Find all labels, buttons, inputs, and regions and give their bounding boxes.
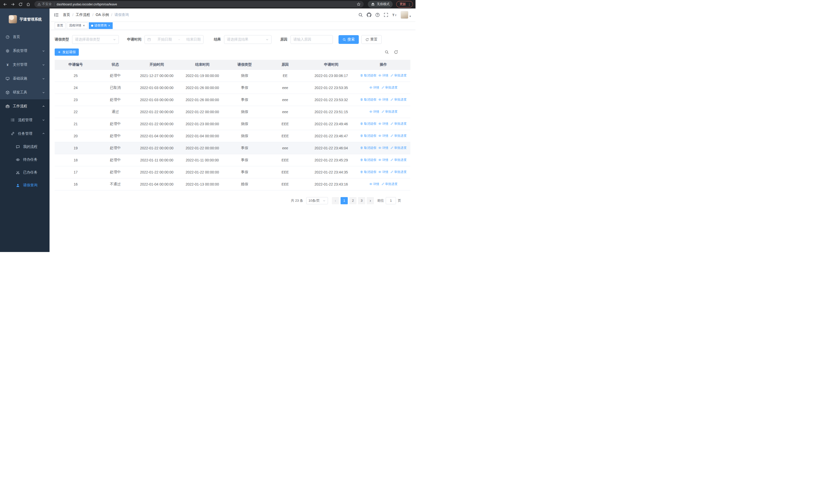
- sidebar-item-process-management[interactable]: 流程管理: [0, 113, 50, 127]
- op-link-label: 审批进度: [394, 134, 406, 138]
- user-avatar[interactable]: ▾: [401, 11, 411, 19]
- end-time-cell: 2022-01-19 00:00:00: [179, 69, 225, 82]
- cancel-leave-link[interactable]: 取消请假: [360, 97, 376, 102]
- app-title: 芋道管理系统: [20, 17, 42, 22]
- detail-link[interactable]: 详情: [369, 85, 379, 90]
- approval-progress-link[interactable]: 审批进度: [390, 73, 406, 78]
- app-logo[interactable]: 芋道管理系统: [0, 8, 50, 30]
- reason-input[interactable]: 请输入原因: [290, 35, 333, 44]
- start-time-cell: 2022-01-04 00:00:00: [134, 130, 179, 142]
- fullscreen-icon[interactable]: [384, 12, 388, 17]
- search-button[interactable]: 搜索: [339, 35, 359, 44]
- prev-page-button[interactable]: ‹: [332, 197, 339, 204]
- browser-menu-icon[interactable]: ⋮: [407, 3, 411, 6]
- tab-流程详情[interactable]: 流程详情×: [67, 22, 87, 29]
- close-tab-icon[interactable]: ×: [83, 24, 85, 27]
- cancel-leave-link[interactable]: 取消请假: [360, 158, 376, 162]
- next-page-button[interactable]: ›: [367, 197, 374, 204]
- cancel-leave-link[interactable]: 取消请假: [360, 134, 376, 138]
- incognito-badge: 无痕模式: [368, 1, 393, 8]
- cancel-leave-link[interactable]: 取消请假: [360, 170, 376, 174]
- bookmark-star-icon[interactable]: [357, 2, 361, 6]
- search-icon[interactable]: [358, 12, 363, 17]
- approval-progress-link[interactable]: 审批进度: [390, 146, 406, 150]
- detail-link[interactable]: 详情: [378, 158, 388, 162]
- create-leave-button[interactable]: 发起请假: [55, 49, 79, 56]
- sidebar-item-task-management[interactable]: 任务管理: [0, 127, 50, 140]
- sidebar-item-done-tasks[interactable]: 已办任务: [0, 166, 50, 179]
- breadcrumb-item[interactable]: OA 示例: [96, 12, 109, 17]
- font-size-icon[interactable]: TT: [392, 12, 397, 17]
- cancel-leave-link[interactable]: 取消请假: [360, 73, 376, 78]
- delete-icon: [360, 158, 363, 161]
- back-icon[interactable]: [2, 1, 9, 8]
- approval-progress-link[interactable]: 审批进度: [390, 134, 406, 138]
- tab-请假查询[interactable]: 请假查询×: [89, 22, 113, 29]
- status-cell: 处理中: [97, 142, 134, 154]
- detail-link[interactable]: 详情: [378, 73, 388, 78]
- detail-link[interactable]: 详情: [369, 110, 379, 114]
- sidebar-item-home[interactable]: 首页: [0, 30, 50, 44]
- page-size-select[interactable]: 10条/页: [306, 197, 328, 204]
- reset-button[interactable]: 重置: [361, 35, 382, 44]
- sidebar-item-payment[interactable]: ¥支付管理: [0, 58, 50, 71]
- sidebar-item-my-process[interactable]: 我的流程: [0, 140, 50, 153]
- github-icon[interactable]: [367, 12, 371, 17]
- reason-cell: eee: [264, 94, 306, 106]
- page-button-2[interactable]: 2: [349, 197, 356, 204]
- detail-link[interactable]: 详情: [378, 97, 388, 102]
- detail-link[interactable]: 详情: [378, 170, 388, 174]
- sidebar-item-system[interactable]: 系统管理: [0, 44, 50, 58]
- breadcrumb-item[interactable]: 首页: [63, 12, 70, 17]
- page-button-3[interactable]: 3: [358, 197, 365, 204]
- approval-progress-link[interactable]: 审批进度: [381, 110, 398, 114]
- result-select[interactable]: 请选择流结果: [224, 35, 271, 44]
- approval-progress-link[interactable]: 审批进度: [390, 122, 406, 126]
- detail-link[interactable]: 详情: [378, 146, 388, 150]
- tab-首页[interactable]: 首页: [55, 22, 65, 29]
- op-link-label: 审批进度: [394, 158, 406, 162]
- cancel-leave-link[interactable]: 取消请假: [360, 146, 376, 150]
- collapse-sidebar-icon[interactable]: [54, 12, 59, 17]
- leave-type-label: 请假类型: [55, 37, 69, 42]
- refresh-table-icon[interactable]: [394, 50, 398, 54]
- approval-progress-link[interactable]: 审批进度: [390, 97, 406, 102]
- operations-cell: 取消请假详情审批进度: [356, 118, 410, 130]
- goto-page-input[interactable]: 1: [386, 197, 396, 204]
- reload-icon[interactable]: [17, 1, 24, 8]
- sidebar-item-label: 基础设施: [13, 76, 27, 81]
- approval-progress-link[interactable]: 审批进度: [390, 158, 406, 162]
- approval-progress-link[interactable]: 审批进度: [390, 170, 406, 174]
- caret-down-icon: ▾: [409, 14, 411, 18]
- logo-image: [9, 15, 17, 23]
- leave-type-select[interactable]: 请选择请假类型: [72, 35, 119, 44]
- status-cell: 不通过: [97, 178, 134, 190]
- detail-link[interactable]: 详情: [378, 122, 388, 126]
- forward-icon[interactable]: [9, 1, 17, 8]
- address-bar[interactable]: 不安全 dashboard.yudao.iocoder.cn/bpm/oa/le…: [34, 1, 364, 7]
- close-tab-icon[interactable]: ×: [108, 24, 111, 27]
- edit-icon: [390, 158, 394, 161]
- sidebar-item-infrastructure[interactable]: 基础设施: [0, 71, 50, 85]
- sidebar-item-leave-query[interactable]: 请假查询: [0, 179, 50, 192]
- detail-link[interactable]: 详情: [369, 182, 379, 186]
- update-button[interactable]: 更新 ⋮: [396, 1, 413, 7]
- apply-time-range-picker[interactable]: 开始日期 - 结束日期: [144, 35, 203, 44]
- page-button-1[interactable]: 1: [341, 197, 348, 204]
- home-icon[interactable]: [25, 1, 32, 8]
- cancel-leave-link[interactable]: 取消请假: [360, 122, 376, 126]
- help-icon[interactable]: [375, 12, 380, 17]
- end-time-cell: 2022-01-04 00:00:00: [179, 130, 225, 142]
- sidebar-item-todo-tasks[interactable]: 待办任务: [0, 153, 50, 166]
- approval-progress-link[interactable]: 审批进度: [381, 182, 398, 186]
- toggle-search-icon[interactable]: [385, 50, 389, 54]
- sidebar-item-workflow[interactable]: 工作流程: [0, 99, 50, 113]
- approval-progress-link[interactable]: 审批进度: [381, 85, 398, 90]
- leave-type-cell: 事假: [225, 154, 264, 166]
- sidebar-item-dev-tools[interactable]: 研发工具: [0, 85, 50, 99]
- operations-cell: 取消请假详情审批进度: [356, 94, 410, 106]
- operations-cell: 详情审批进度: [356, 82, 410, 94]
- status-cell: 处理中: [97, 118, 134, 130]
- breadcrumb-item[interactable]: 工作流程: [76, 12, 90, 17]
- detail-link[interactable]: 详情: [378, 134, 388, 138]
